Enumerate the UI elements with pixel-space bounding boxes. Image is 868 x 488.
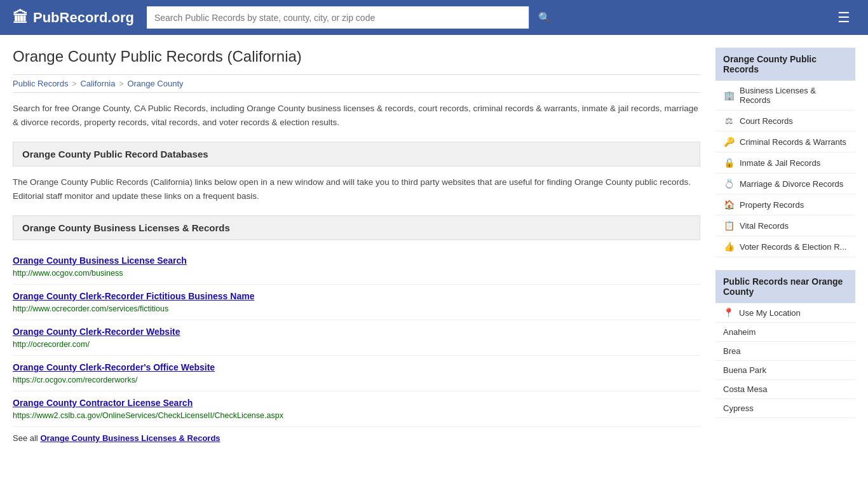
nearby-link-costa-mesa[interactable]: Costa Mesa	[723, 384, 767, 394]
record-link-0[interactable]: Orange County Business License Search	[13, 255, 700, 266]
record-url-2: http://ocrecorder.com/	[13, 340, 90, 349]
record-link-1[interactable]: Orange County Clerk-Recorder Fictitious …	[13, 291, 700, 301]
nearby-item-costa-mesa[interactable]: Costa Mesa	[715, 380, 855, 399]
record-entry-1: Orange County Clerk-Recorder Fictitious …	[13, 285, 700, 320]
pin-icon: 📍	[723, 308, 734, 318]
record-entry-0: Orange County Business License Search ht…	[13, 249, 700, 285]
briefcase-icon: 🏢	[723, 90, 735, 100]
breadcrumb-link-california[interactable]: California	[80, 79, 115, 88]
key-icon: 🔑	[723, 137, 735, 147]
nearby-link-brea[interactable]: Brea	[723, 346, 740, 356]
nearby-item-location[interactable]: 📍 Use My Location	[715, 303, 855, 323]
logo-text: PubRecord.org	[33, 10, 134, 26]
sidebar-item-inmate[interactable]: 🔒 Inmate & Jail Records	[715, 152, 855, 173]
sidebar-nearby-section: Public Records near Orange County 📍 Use …	[715, 270, 855, 418]
record-url-4: https://www2.cslb.ca.gov/OnlineServices/…	[13, 411, 283, 420]
record-link-4[interactable]: Orange County Contractor License Search	[13, 398, 700, 408]
see-all-area: See all Orange County Business Licenses …	[13, 433, 700, 443]
sidebar-link-vital[interactable]: Vital Records	[740, 221, 789, 231]
sidebar-item-vital[interactable]: 📋 Vital Records	[715, 215, 855, 236]
record-url-0: http://www.ocgov.com/business	[13, 269, 123, 278]
sidebar-link-inmate[interactable]: Inmate & Jail Records	[740, 158, 820, 168]
record-list: Orange County Business License Search ht…	[13, 249, 700, 427]
sidebar-nearby-title: Public Records near Orange County	[715, 270, 855, 303]
see-all-link[interactable]: Orange County Business Licenses & Record…	[40, 433, 220, 443]
search-button[interactable]: 🔍	[529, 6, 560, 29]
lock-icon: 🔒	[723, 158, 735, 168]
db-intro-text: The Orange County Public Records (Califo…	[13, 175, 700, 203]
sidebar: Orange County Public Records 🏢 Business …	[715, 48, 855, 443]
main-container: Orange County Public Records (California…	[0, 35, 868, 456]
intro-text: Search for free Orange County, CA Public…	[13, 102, 700, 129]
sidebar-pr-title: Orange County Public Records	[715, 48, 855, 81]
house-icon: 🏠	[723, 200, 735, 210]
breadcrumb-sep-2: >	[119, 79, 123, 88]
nearby-link-location[interactable]: Use My Location	[739, 308, 801, 318]
logo[interactable]: 🏛 PubRecord.org	[13, 9, 134, 27]
see-all-text: See all	[13, 433, 38, 443]
business-section-header: Orange County Business Licenses & Record…	[13, 215, 700, 240]
sidebar-link-voter[interactable]: Voter Records & Election R...	[740, 242, 846, 252]
sidebar-item-voter[interactable]: 👍 Voter Records & Election R...	[715, 236, 855, 257]
sidebar-link-criminal[interactable]: Criminal Records & Warrants	[740, 137, 846, 147]
sidebar-item-business[interactable]: 🏢 Business Licenses & Records	[715, 81, 855, 111]
nearby-link-cypress[interactable]: Cypress	[723, 403, 754, 413]
db-section-header: Orange County Public Record Databases	[13, 142, 700, 166]
sidebar-item-court[interactable]: ⚖ Court Records	[715, 111, 855, 132]
record-link-3[interactable]: Orange County Clerk-Recorder's Office We…	[13, 362, 700, 372]
sidebar-item-criminal[interactable]: 🔑 Criminal Records & Warrants	[715, 132, 855, 152]
search-input[interactable]	[147, 6, 529, 29]
content-area: Orange County Public Records (California…	[13, 48, 700, 443]
menu-button[interactable]: ☰	[832, 7, 855, 29]
nearby-item-buena-park[interactable]: Buena Park	[715, 361, 855, 380]
record-link-2[interactable]: Orange County Clerk-Recorder Website	[13, 327, 700, 337]
nearby-item-anaheim[interactable]: Anaheim	[715, 323, 855, 342]
sidebar-item-property[interactable]: 🏠 Property Records	[715, 194, 855, 215]
building-icon: 🏛	[13, 9, 28, 27]
sidebar-link-court[interactable]: Court Records	[740, 116, 793, 126]
record-url-1: http://www.ocrecorder.com/services/ficti…	[13, 304, 168, 313]
page-title: Orange County Public Records (California…	[13, 48, 700, 65]
search-icon: 🔍	[538, 12, 551, 23]
nearby-item-cypress[interactable]: Cypress	[715, 399, 855, 418]
search-area: 🔍	[147, 6, 560, 29]
record-url-3: https://cr.ocgov.com/recorderworks/	[13, 376, 137, 384]
clipboard-icon: 📋	[723, 220, 735, 231]
record-entry-3: Orange County Clerk-Recorder's Office We…	[13, 356, 700, 391]
breadcrumb-link-orange-county[interactable]: Orange County	[127, 79, 183, 88]
site-header: 🏛 PubRecord.org 🔍 ☰	[0, 0, 868, 35]
sidebar-item-marriage[interactable]: 💍 Marriage & Divorce Records	[715, 173, 855, 194]
record-entry-2: Orange County Clerk-Recorder Website htt…	[13, 320, 700, 356]
breadcrumb: Public Records > California > Orange Cou…	[13, 74, 700, 93]
breadcrumb-sep-1: >	[72, 79, 76, 88]
record-entry-4: Orange County Contractor License Search …	[13, 391, 700, 427]
sidebar-public-records-section: Orange County Public Records 🏢 Business …	[715, 48, 855, 257]
scales-icon: ⚖	[723, 116, 735, 126]
sidebar-link-marriage[interactable]: Marriage & Divorce Records	[740, 179, 843, 189]
breadcrumb-link-public-records[interactable]: Public Records	[13, 79, 68, 88]
ring-icon: 💍	[723, 179, 735, 189]
nearby-link-anaheim[interactable]: Anaheim	[723, 327, 756, 337]
nearby-link-buena-park[interactable]: Buena Park	[723, 365, 766, 375]
sidebar-link-business[interactable]: Business Licenses & Records	[740, 86, 848, 105]
nearby-item-brea[interactable]: Brea	[715, 342, 855, 361]
thumbsup-icon: 👍	[723, 241, 735, 252]
sidebar-link-property[interactable]: Property Records	[740, 200, 804, 210]
